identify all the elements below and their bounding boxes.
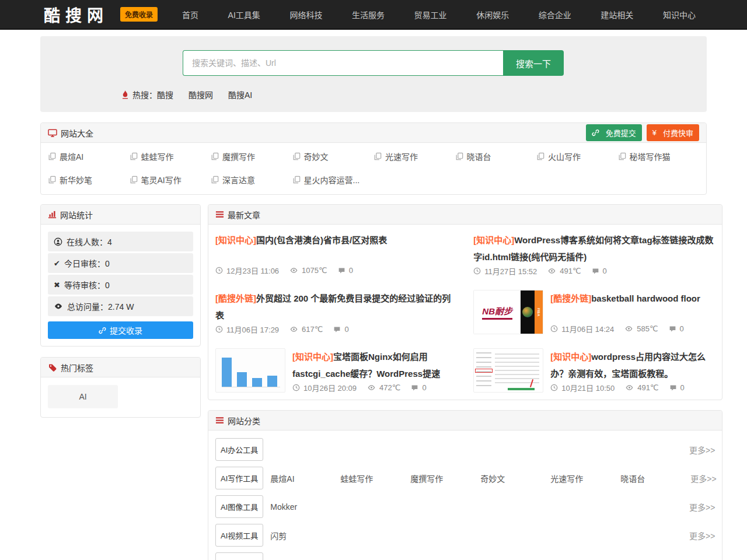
more-link[interactable]: 更多>> bbox=[689, 530, 715, 541]
site-link[interactable]: 晨煊AI bbox=[48, 150, 130, 162]
more-link[interactable]: 更多>> bbox=[690, 473, 716, 484]
article-title-link[interactable]: [酷搜外链]外贸超过 200 个最新免费目录提交的经过验证的列表 bbox=[215, 290, 457, 324]
comment-icon bbox=[669, 384, 677, 391]
nav-item-network-tech[interactable]: 网络科技 bbox=[289, 9, 322, 20]
stat-total-visits: 总访问量：2.74 W bbox=[48, 296, 193, 316]
eye-icon bbox=[547, 267, 556, 275]
site-link[interactable]: 新华妙笔 bbox=[48, 174, 130, 186]
article-title-link[interactable]: [知识中心]宝塔面板Nginx如何启用fastcgi_cache缓存？WordP… bbox=[292, 348, 457, 382]
site-logo[interactable]: 酷搜网 bbox=[44, 3, 109, 26]
tag-item[interactable]: AI bbox=[48, 385, 118, 408]
category-site-link[interactable]: 晨煊AI bbox=[270, 473, 340, 484]
category-site-link[interactable]: Mokker bbox=[270, 502, 340, 512]
category-row: AI图像工具 Mokker 更多>> bbox=[215, 495, 715, 518]
category-label-ai-writing[interactable]: AI写作工具 bbox=[215, 467, 263, 489]
nav-item-trade-industry[interactable]: 贸易工业 bbox=[414, 9, 447, 20]
copy-icon bbox=[211, 176, 219, 184]
copy-icon bbox=[48, 152, 56, 160]
check-icon: ✔ bbox=[54, 259, 60, 268]
hot-search-link[interactable]: 酷搜 bbox=[157, 89, 173, 100]
hot-search-row: 热搜： 酷搜 酷搜网 酷搜AI bbox=[121, 89, 267, 100]
site-link[interactable]: 笔灵AI写作 bbox=[130, 174, 211, 186]
article-item: [知识中心]国内(包含港澳台)省市县/区对照表 12月23日 11:06 107… bbox=[215, 225, 457, 283]
free-inclusion-badge[interactable]: 免费收录 bbox=[120, 7, 158, 22]
article-thumbnail-bar-chart[interactable] bbox=[215, 348, 285, 393]
comment-icon bbox=[592, 267, 599, 275]
stat-online-users: 在线人数：4 bbox=[48, 232, 193, 251]
site-stats-header: 网站统计 bbox=[41, 205, 200, 225]
clock-icon bbox=[550, 325, 558, 332]
more-link[interactable]: 更多>> bbox=[689, 558, 715, 560]
search-bar: 搜索一下 bbox=[183, 50, 564, 76]
site-categories-title: 网站分类 bbox=[228, 415, 260, 426]
hot-search-link[interactable]: 酷搜AI bbox=[228, 89, 252, 100]
site-link[interactable]: 蛙蛙写作 bbox=[130, 150, 211, 162]
monitor-icon bbox=[48, 128, 57, 138]
nav-item-life-services[interactable]: 生活服务 bbox=[352, 9, 385, 20]
hot-tags-header: 热门标签 bbox=[41, 358, 200, 377]
category-site-link[interactable]: 蛙蛙写作 bbox=[340, 473, 410, 484]
category-site-link[interactable]: 晓语台 bbox=[620, 473, 690, 484]
article-title-link[interactable]: [酷搜外链]basketball hardwood floor bbox=[550, 290, 715, 307]
hot-search-link[interactable]: 酷搜网 bbox=[189, 89, 213, 100]
hot-tags-card: 热门标签 AI bbox=[40, 357, 201, 418]
eye-icon bbox=[625, 384, 634, 391]
article-title-link[interactable]: [知识中心]wordpress占用内容过大怎么办？亲测有效，宝塔面板教程。 bbox=[550, 348, 715, 382]
category-label-ai-video[interactable]: AI视频工具 bbox=[215, 524, 263, 547]
article-thumbnail-nb-fiba[interactable]: NB耐步 FIBA bbox=[473, 290, 543, 334]
site-links-grid: 晨煊AI 蛙蛙写作 魔撰写作 奇妙文 光速写作 晓语台 火山写作 秘塔写作猫 新… bbox=[41, 143, 706, 194]
panel-green-bar bbox=[508, 388, 535, 390]
site-directory-title: 网站大全 bbox=[61, 127, 93, 139]
cross-icon: ✖ bbox=[54, 281, 60, 289]
category-label-ai-image[interactable]: AI图像工具 bbox=[215, 495, 263, 518]
eye-icon bbox=[624, 325, 633, 332]
category-site-link[interactable]: 闪剪 bbox=[270, 530, 340, 541]
comment-icon bbox=[333, 326, 341, 333]
category-label-ai-office[interactable]: AI办公工具 bbox=[215, 438, 263, 461]
search-button[interactable]: 搜索一下 bbox=[503, 50, 564, 76]
panel-highlight-box bbox=[475, 369, 493, 373]
tag-icon bbox=[48, 363, 57, 372]
eye-icon bbox=[289, 326, 298, 333]
site-link[interactable]: 深言达意 bbox=[211, 174, 292, 186]
category-site-link[interactable]: 魔撰写作 bbox=[410, 473, 480, 484]
category-site-link[interactable]: 音虫官网 bbox=[270, 558, 340, 560]
free-submit-button[interactable]: 免费提交 bbox=[586, 124, 642, 141]
search-input[interactable] bbox=[183, 50, 503, 76]
nav-item-enterprise[interactable]: 综合企业 bbox=[539, 9, 571, 20]
site-stats-card: 网站统计 在线人数：4 ✔ 今日审核：0 ✖ 等待审 bbox=[40, 204, 201, 346]
site-link[interactable]: 魔撰写作 bbox=[211, 150, 292, 162]
nav-item-knowledge[interactable]: 知识中心 bbox=[663, 9, 696, 20]
nav-item-ai-tools[interactable]: AI工具集 bbox=[228, 9, 260, 20]
more-link[interactable]: 更多>> bbox=[689, 444, 715, 456]
site-link[interactable]: 星火内容运营... bbox=[292, 174, 374, 186]
nav-item-leisure[interactable]: 休闲娱乐 bbox=[476, 9, 509, 20]
paid-review-button[interactable]: ¥ 付费快审 bbox=[647, 124, 699, 141]
article-title-link[interactable]: [知识中心]WordPress博客系统如何将文章tag标签链接改成数字id.ht… bbox=[473, 232, 715, 265]
category-label-ai-audio[interactable]: AI音频工具 bbox=[215, 552, 263, 560]
site-link[interactable]: 晓语台 bbox=[455, 150, 537, 162]
article-title-link[interactable]: [知识中心]国内(包含港澳台)省市县/区对照表 bbox=[215, 232, 457, 249]
latest-articles-card: 最新文章 [知识中心]国内(包含港澳台)省市县/区对照表 12月23日 11:0… bbox=[208, 204, 722, 400]
nav-item-site-building[interactable]: 建站相关 bbox=[601, 9, 633, 20]
clock-icon bbox=[215, 326, 223, 333]
category-site-link[interactable]: 光速写作 bbox=[550, 473, 620, 484]
nav-item-home[interactable]: 首页 bbox=[182, 9, 198, 20]
category-site-link[interactable]: 奇妙文 bbox=[480, 473, 550, 484]
more-link[interactable]: 更多>> bbox=[689, 501, 715, 513]
site-link[interactable]: 火山写作 bbox=[536, 150, 618, 162]
article-meta: 11月06日 17:29 617℃ 0 bbox=[215, 324, 457, 335]
site-link[interactable]: 奇妙文 bbox=[292, 150, 374, 162]
category-row: AI写作工具 晨煊AI 蛙蛙写作 魔撰写作 奇妙文 光速写作 晓语台 更多>> bbox=[215, 467, 715, 489]
submit-site-button[interactable]: 提交收录 bbox=[48, 321, 193, 339]
article-thumbnail-panel[interactable] bbox=[473, 348, 543, 393]
site-link[interactable]: 光速写作 bbox=[374, 150, 455, 162]
hot-tags-title: 热门标签 bbox=[61, 362, 93, 373]
menu-icon bbox=[215, 416, 224, 425]
site-directory-header: 网站大全 免费提交 ¥ 付费快审 bbox=[41, 123, 706, 143]
copy-icon bbox=[211, 152, 219, 160]
site-link[interactable]: 秘塔写作猫 bbox=[618, 150, 700, 162]
yuan-icon: ¥ bbox=[652, 128, 657, 137]
clock-icon bbox=[473, 267, 481, 275]
copy-icon bbox=[618, 152, 626, 160]
